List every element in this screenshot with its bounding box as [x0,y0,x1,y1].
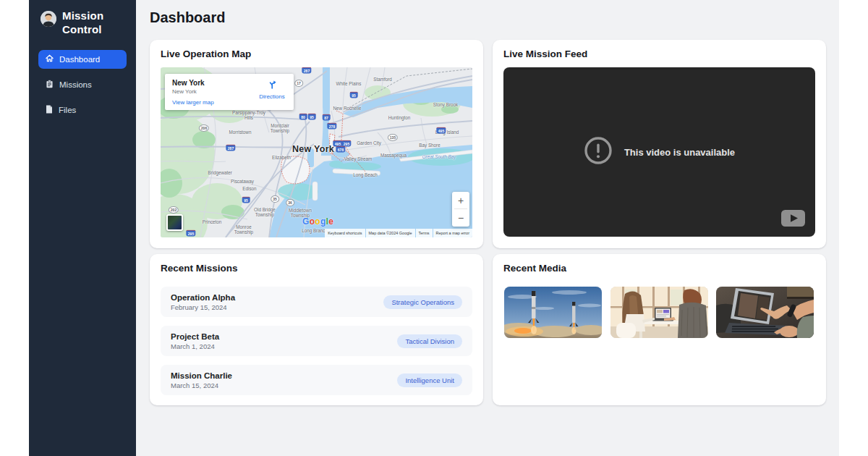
mission-badge: Intelligence Unit [397,373,462,387]
directions-icon [267,79,277,91]
page-title: Dashboard [150,9,225,26]
map-attribution-item: Map data ©2024 Google [366,229,415,237]
unavailable-text: This video is unavailable [624,147,735,158]
card-title: Recent Media [503,263,566,274]
mission-title: Operation Alpha [171,293,235,302]
media-thumbnail-rocket-boosters-landing[interactable] [504,287,602,338]
media-thumbnail-team-working-at-laptop[interactable] [610,287,708,338]
route-shield: 135 [388,134,398,141]
mission-badge: Strategic Operations [383,295,462,309]
map-embed[interactable]: White PlainsStamfordNew RochelleStony Br… [161,67,472,237]
map-place-label: Garden City [357,140,381,145]
sidebar-item-dashboard[interactable]: Dashboard [38,50,127,69]
sidebar: Mission Control Dashboard Missions Files [29,0,136,456]
card-title: Live Mission Feed [503,48,587,59]
sidebar-item-label: Dashboard [59,55,100,64]
card-title: Recent Missions [161,263,238,274]
map-place-label: Massapequa [380,153,407,158]
map-attribution-item[interactable]: Terms [416,229,433,237]
sidebar-item-label: Missions [59,80,92,89]
route-shield: 287 [302,67,311,74]
route-shield: 80 [299,114,307,120]
directions-button[interactable]: Directions [256,79,288,100]
video-player[interactable]: This video is unavailable [503,67,815,237]
app-frame: Mission Control Dashboard Missions Files [0,0,868,456]
mission-badge: Tactical Division [397,334,462,348]
map-place-label: White Plains [336,81,362,86]
alert-circle-icon [584,136,613,168]
route-shield: 17 [294,80,303,87]
route-shield: 202 [169,206,179,214]
route-shield: 295 [186,230,195,237]
mission-info: Operation Alpha February 15, 2024 [171,293,235,311]
map-place-label: Old Bridge Township [249,207,281,217]
card-title: Live Operation Map [161,48,251,59]
brand-title: Mission Control [62,9,127,37]
mission-title: Project Beta [171,332,219,341]
map-place-label: Long Beach [353,172,378,177]
mission-row[interactable]: Project Beta March 1, 2024 Tactical Divi… [161,326,472,356]
card-recent-missions: Recent Missions Operation Alpha February… [150,254,483,405]
route-shield: 87 [323,114,331,121]
view-larger-map-link[interactable]: View larger map [172,99,214,106]
sidebar-item-files[interactable]: Files [38,101,127,119]
google-logo: Google [302,216,333,227]
home-icon [46,54,54,64]
map-place-label: Montclair Township [265,123,295,133]
google-logo-letter: g [320,216,326,227]
directions-label: Directions [256,93,288,100]
map-place-label: Monroe Township [229,224,259,235]
map-place-label: Stony Brook [433,102,458,107]
sidebar-nav: Dashboard Missions Files [29,46,136,119]
video-unavailable-message: This video is unavailable [503,67,815,237]
satellite-toggle[interactable] [166,214,183,231]
map-attribution: Keyboard shortcutsMap data ©2024 GoogleT… [325,229,472,237]
map-info-title: New York [172,79,205,87]
mission-row[interactable]: Operation Alpha February 15, 2024 Strate… [161,287,472,317]
map-attribution-item[interactable]: Report a map error [433,229,472,237]
map-place-label: Parsippany-Troy Hills [228,110,270,120]
route-shield: 95 [350,92,358,98]
route-shield: 95 [308,114,316,120]
map-place-label: Elizabeth [272,155,291,160]
sidebar-item-label: Files [59,106,76,114]
map-place-label: Edison [242,186,256,191]
file-icon [46,105,53,115]
avatar [41,11,56,27]
map-attribution-item[interactable]: Keyboard shortcuts [325,229,365,237]
google-logo-letter: e [328,216,333,227]
mission-date: March 15, 2024 [171,381,232,389]
map-place-label: Long Branch [302,228,328,233]
card-live-mission-feed: Live Mission Feed This video is unavaila… [493,40,826,248]
route-shield: 95 [242,197,250,203]
map-place-label: Huntington [388,115,410,120]
mission-info: Mission Charlie March 15, 2024 [171,371,232,389]
route-shield: 35 [271,195,279,203]
mission-info: Project Beta March 1, 2024 [171,332,219,350]
route-shield: 495 [436,127,446,134]
main-content: Dashboard Live Operation Map [136,0,839,456]
youtube-play-icon[interactable] [781,210,805,229]
map-place-label: Princeton [203,219,222,224]
google-logo-letter: o [315,216,320,227]
sidebar-item-missions[interactable]: Missions [38,75,127,94]
route-shield: 287 [226,145,235,151]
zoom-out-button[interactable]: − [452,209,469,226]
route-shield: 36 [286,199,294,206]
map-info-subtitle: New York [172,88,197,95]
route-shield: 278 [327,123,336,130]
map-info-card: New York New York View larger map Direct… [165,74,294,110]
map-place-label: Piscataway [231,179,254,184]
map-place-label: Great South Bay [422,154,456,159]
route-shield: 206 [199,124,209,132]
clipboard-icon [46,80,54,90]
map-place-label: Bay Shore [419,143,440,148]
media-thumbnail-hand-pointing-at-laptop[interactable] [716,287,814,338]
brand: Mission Control [29,0,136,46]
zoom-in-button[interactable]: + [452,192,469,208]
map-place-label: Bridgewater [208,170,232,175]
mission-row[interactable]: Mission Charlie March 15, 2024 Intellige… [161,365,472,395]
map-place-label: Valley Stream [344,156,373,161]
map-zoom-control: + − [452,192,469,227]
mission-date: February 15, 2024 [171,303,235,311]
